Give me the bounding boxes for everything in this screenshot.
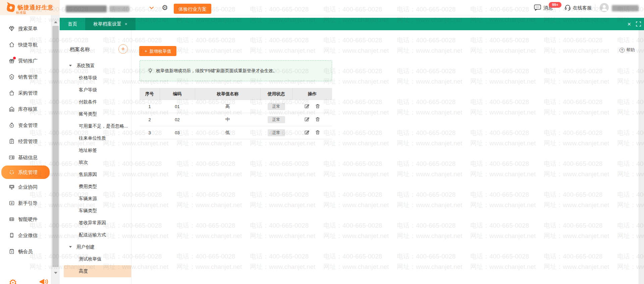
user-avatar[interactable]	[600, 3, 609, 12]
row-actions	[304, 130, 320, 135]
scroll-down-icon[interactable]	[54, 272, 57, 274]
delete-icon[interactable]	[315, 116, 320, 122]
tree-item[interactable]: 签收异常原因	[60, 217, 131, 229]
help-icon: ?	[620, 48, 625, 53]
scrollbar-thumb[interactable]	[52, 26, 59, 267]
tab-close-icon[interactable]: ×	[125, 21, 127, 27]
company-suffix-redacted[interactable]	[109, 6, 129, 12]
sidebar-item-phone[interactable]: 企业微信	[0, 227, 51, 243]
tree-item[interactable]: 测试枚举值	[60, 253, 131, 265]
sidebar-item-gem[interactable]: 搜索菜单	[0, 20, 51, 37]
tree-item[interactable]: 配送运输方式	[60, 229, 131, 241]
message-icon[interactable]	[534, 4, 541, 11]
tab-enum-settings[interactable]: 枚举档案设置×	[85, 18, 136, 30]
sidebar-item-label: 智能硬件	[18, 216, 38, 223]
tree-group[interactable]: 用户创建	[60, 241, 131, 253]
cell-code: 01	[160, 100, 195, 113]
tree-item[interactable]: 可用量不足，是否忽略...	[60, 120, 131, 132]
sidebar-item-label: 企业微信	[18, 232, 38, 239]
add-archive-button[interactable]: +	[118, 44, 128, 54]
sales-icon: $	[9, 74, 15, 80]
sidebar-item-label: 系统管理	[18, 169, 38, 176]
plus-icon: +	[145, 48, 147, 54]
sidebar-item-label: 基础信息	[18, 154, 38, 161]
experience-plan-button[interactable]: 体验行业方案	[174, 4, 211, 14]
close-icon[interactable]: ×	[627, 21, 631, 27]
cell-actions	[292, 126, 332, 139]
cell-name: 低	[195, 126, 260, 139]
online-support-label[interactable]: 在线客服	[573, 5, 592, 11]
sidebar-item-pouch[interactable]: ¥资金管理	[0, 117, 51, 133]
column-header: 编码	[160, 88, 195, 100]
company-name-redacted[interactable]	[66, 5, 107, 12]
scroll-up-icon[interactable]	[54, 21, 57, 23]
row-actions	[304, 116, 320, 122]
tree-item[interactable]: 售后原因	[60, 169, 131, 181]
table-row: 202中正常	[140, 113, 332, 126]
sidebar-item-clipboard[interactable]: 经营管理	[0, 133, 51, 149]
edit-icon[interactable]	[304, 130, 310, 135]
table-row: 101高正常	[140, 100, 332, 113]
sidebar-item-bag[interactable]: 采购管理	[0, 85, 51, 101]
edit-icon[interactable]	[304, 116, 310, 122]
tree-item[interactable]: 班次	[60, 156, 131, 169]
tree-item[interactable]: 地址标签	[60, 144, 131, 156]
headset-icon[interactable]	[564, 4, 571, 11]
tree-group[interactable]: 系统预置	[60, 60, 131, 72]
svg-text:¥: ¥	[11, 125, 12, 127]
sidebar-item-warehouse[interactable]: 库存核算	[0, 101, 51, 117]
sidebar-item-member[interactable]: ¥畅会员	[0, 243, 51, 259]
column-header: 序号	[140, 88, 160, 100]
help-button[interactable]: ? 帮助	[620, 47, 635, 53]
table-header-row: 序号编码枚举值名称使用状态操作	[140, 88, 332, 100]
tree-item[interactable]: 车辆来源	[60, 193, 131, 205]
sidebar-item-label: 资金管理	[18, 122, 38, 129]
sidebar-item-home[interactable]: 快捷导航	[0, 37, 51, 53]
tree-item[interactable]: 往来单位性质	[60, 132, 131, 144]
sidebar-item-label: 畅会员	[18, 248, 33, 255]
alert-text: 枚举值新增成功后，须按“F5键”刷新页面或重新登录才会生效。	[156, 68, 277, 74]
fullscreen-icon[interactable]	[636, 21, 641, 27]
tree-item[interactable]: 车辆类型	[60, 205, 131, 217]
tree-list: 系统预置价格等级客户等级付款条件账号类型可用量不足，是否忽略...往来单位性质地…	[60, 60, 131, 277]
add-enum-button[interactable]: +新增枚举值	[139, 46, 176, 56]
delete-icon[interactable]	[315, 130, 320, 135]
lightbulb-icon	[147, 68, 153, 74]
home-icon	[9, 42, 15, 48]
username-redacted[interactable]	[612, 5, 639, 11]
sidebar-item-label: 新手引导	[18, 200, 38, 206]
delete-icon[interactable]	[315, 103, 320, 109]
floating-gear-icon[interactable]: ⚙	[9, 277, 17, 284]
tree-item[interactable]: 费用类型	[60, 181, 131, 193]
novice-icon: 新	[9, 200, 15, 206]
sidebar-item-gift[interactable]: 营销推广	[0, 53, 51, 69]
chevron-down-icon	[69, 246, 72, 248]
tree-group-label: 系统预置	[76, 63, 95, 68]
tree-item[interactable]: 付款条件	[60, 96, 131, 108]
tree-item[interactable]: 高度	[64, 265, 131, 277]
sidebar-item-chip[interactable]: 智能硬件	[0, 211, 51, 227]
edit-icon[interactable]	[304, 103, 310, 109]
brand-logo-icon	[5, 2, 16, 13]
sidebar-item-idcard[interactable]: 基础信息	[0, 149, 51, 165]
settings-gear-icon[interactable]: ⚙	[162, 4, 168, 11]
tree-item[interactable]: 账号类型	[60, 108, 131, 120]
cell-code: 02	[160, 113, 195, 126]
sidebar-item-monitor[interactable]: 企业协同	[0, 179, 51, 195]
messages-count-badge: 99+	[549, 2, 561, 8]
sidebar-item-label: 库存核算	[18, 106, 38, 112]
tree-item[interactable]: 客户等级	[60, 84, 131, 96]
sidebar-item-sales[interactable]: $销售管理	[0, 69, 51, 85]
announcement-horn-icon[interactable]	[39, 279, 49, 284]
status-badge: 正常	[268, 116, 285, 123]
sidebar-item-novice[interactable]: 新新手引导	[0, 195, 51, 211]
chevron-down-icon[interactable]	[149, 6, 154, 9]
sidebar-scrollbar[interactable]	[51, 15, 60, 284]
tree-item[interactable]: 价格等级	[60, 72, 131, 84]
main-scrollbar[interactable]	[639, 30, 644, 284]
column-header: 枚举值名称	[195, 88, 260, 100]
sidebar-item-label: 企业协同	[18, 184, 38, 190]
tab-home[interactable]: 首页	[60, 18, 85, 30]
cell-status: 正常	[260, 126, 292, 139]
sidebar-item-sync[interactable]: 系统管理	[1, 165, 50, 179]
